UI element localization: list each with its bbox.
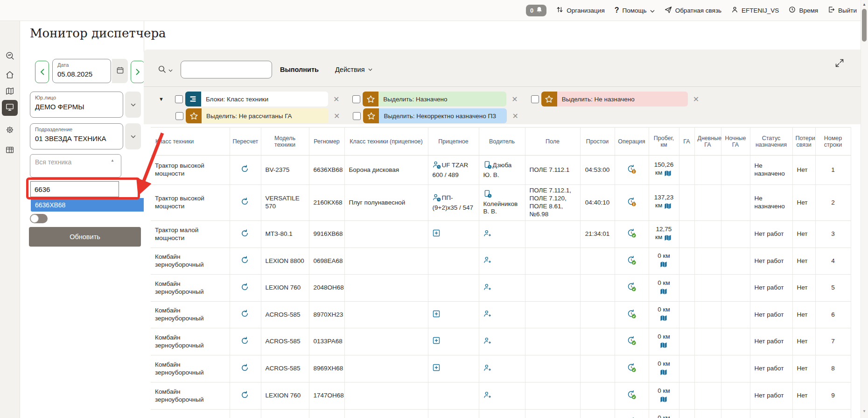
cell-mileage[interactable]: 137,23 км (649, 185, 679, 221)
cell-recalc[interactable] (230, 275, 261, 302)
column-header-13[interactable]: Ночные ГА (721, 128, 750, 156)
cell-trailer[interactable]: UF TZAR 600 / 489 (428, 156, 479, 185)
cell-recalc[interactable] (230, 185, 261, 221)
cell-mileage[interactable]: 0 км (649, 328, 679, 355)
table-row[interactable]: Комбайн зерноуборочныйACROS-5858970ХН230… (151, 302, 851, 328)
op-refresh-info-icon[interactable] (626, 164, 637, 177)
cell-mileage[interactable]: 0 км (649, 248, 679, 275)
map-solid-icon[interactable] (660, 261, 667, 270)
remove-filter-icon[interactable]: ✕ (693, 95, 699, 104)
table-row[interactable]: Комбайн зерноуборочныйACROS-5850133РА680… (151, 328, 851, 355)
cell-operation[interactable] (615, 156, 649, 185)
cell-recalc[interactable] (230, 221, 261, 248)
column-header-4[interactable]: Класс техники (прицепное) (344, 128, 428, 156)
cell-driver[interactable] (479, 275, 525, 302)
cell-mileage[interactable]: 0 км (649, 410, 679, 418)
filter-chip[interactable]: Выделить: Не назначено (541, 92, 688, 106)
cell-operation[interactable] (615, 221, 649, 248)
cell-operation[interactable] (615, 248, 649, 275)
plus-box-icon[interactable] (433, 310, 440, 320)
column-header-10[interactable]: Пробег, км (649, 128, 679, 156)
equipment-toggle[interactable] (30, 214, 48, 223)
cell-operation[interactable] (615, 275, 649, 302)
refresh-icon[interactable] (241, 337, 249, 347)
rail-item-search-analytics[interactable] (2, 49, 18, 64)
cell-operation[interactable] (615, 302, 649, 328)
cell-trailer[interactable] (428, 328, 479, 355)
equipment-multiselect[interactable]: Вся техника ▲ (30, 154, 121, 177)
cell-driver[interactable] (479, 410, 525, 418)
map-solid-icon[interactable] (664, 203, 672, 212)
date-field[interactable]: Дата 05.08.2025 (52, 59, 111, 83)
op-refresh-ok-icon[interactable] (626, 228, 637, 241)
filter-checkbox[interactable] (175, 112, 183, 120)
cell-trailer[interactable] (428, 275, 479, 302)
cell-recalc[interactable] (230, 410, 261, 418)
plus-box-icon[interactable] (433, 229, 440, 239)
date-prev-button[interactable] (35, 61, 49, 83)
op-refresh-ok-icon[interactable] (626, 309, 637, 321)
column-header-11[interactable]: ГА (679, 128, 694, 156)
execute-button[interactable]: Выполнить (280, 66, 319, 73)
remove-filter-icon[interactable]: ✕ (334, 112, 340, 120)
cell-operation[interactable] (615, 355, 649, 383)
person-add-icon[interactable] (483, 337, 491, 347)
card-clock-icon[interactable] (483, 161, 492, 171)
topbar-item-2[interactable]: Обратная связь (665, 6, 721, 15)
topbar-item-4[interactable]: Время (789, 6, 818, 14)
refresh-icon[interactable] (241, 165, 249, 175)
cell-recalc[interactable] (230, 156, 261, 185)
notification-badge[interactable]: 0 (526, 5, 546, 16)
rail-item-gear[interactable] (2, 123, 18, 139)
maximize-button[interactable] (834, 58, 845, 70)
legal-entity-dropdown-button[interactable] (125, 92, 141, 118)
cell-operation[interactable] (615, 383, 649, 410)
cell-driver[interactable]: Дзюба Ю. В. (479, 156, 525, 185)
filter-checkbox[interactable] (175, 95, 183, 103)
table-row[interactable]: Трактор 3 ТКМТЗ-1221.22823ХМ680 км Нет р… (151, 410, 851, 418)
collapse-triangle-icon[interactable]: ▼ (159, 96, 164, 102)
topbar-item-0[interactable]: Организация (556, 6, 604, 14)
cell-trailer[interactable] (428, 410, 479, 418)
person-add-icon[interactable] (483, 391, 491, 401)
rail-item-monitor[interactable] (2, 100, 18, 116)
cell-driver[interactable] (479, 302, 525, 328)
remove-filter-icon[interactable]: ✕ (333, 95, 339, 104)
cell-trailer[interactable] (428, 221, 479, 248)
cell-trailer[interactable]: ПП-(9+2)x35 / 547 (428, 185, 479, 221)
cell-driver[interactable]: Колейников В. В. (479, 185, 525, 221)
column-header-0[interactable]: Класс техники (151, 128, 230, 156)
table-row[interactable]: Комбайн зерноуборочныйACROS-5858969ХН680… (151, 355, 851, 383)
cell-mileage[interactable]: 0 км (649, 275, 679, 302)
cell-mileage[interactable]: 0 км (649, 383, 679, 410)
column-header-6[interactable]: Водитель (479, 128, 525, 156)
column-header-8[interactable]: Простои (580, 128, 615, 156)
person-add-icon[interactable] (483, 229, 491, 240)
refresh-icon[interactable] (241, 283, 249, 293)
column-header-9[interactable]: Операция (615, 128, 649, 156)
filter-chip[interactable]: Выделить: Некорректно назначено ПЗ (363, 108, 507, 123)
plus-box-icon[interactable] (433, 337, 440, 347)
plus-box-icon[interactable] (433, 364, 440, 374)
grid-search-button[interactable] (158, 65, 173, 76)
filter-checkbox[interactable] (353, 112, 361, 120)
rail-item-map-book[interactable] (2, 84, 18, 100)
map-solid-icon[interactable] (664, 234, 672, 243)
op-refresh-ok-icon[interactable] (626, 282, 637, 294)
filter-chip[interactable]: Выделить: Назначено (363, 92, 506, 106)
grid-search-input[interactable] (181, 61, 272, 78)
cell-recalc[interactable] (230, 302, 261, 328)
cell-driver[interactable] (479, 383, 525, 410)
column-header-3[interactable]: Регномер (309, 128, 344, 156)
page-scrollbar[interactable]: ▲ ▼ (861, 0, 868, 418)
cell-mileage[interactable]: 12,75 км (649, 221, 679, 248)
cell-recalc[interactable] (230, 328, 261, 355)
cell-mileage[interactable]: 0 км (649, 355, 679, 383)
cell-recalc[interactable] (230, 355, 261, 383)
op-refresh-info-icon[interactable] (626, 197, 637, 209)
person-add-icon[interactable] (483, 310, 491, 320)
person-add-icon[interactable] (483, 256, 491, 266)
map-solid-icon[interactable] (660, 288, 667, 297)
scrollbar-down-icon[interactable]: ▼ (862, 409, 866, 413)
person-add-icon[interactable] (483, 283, 491, 293)
